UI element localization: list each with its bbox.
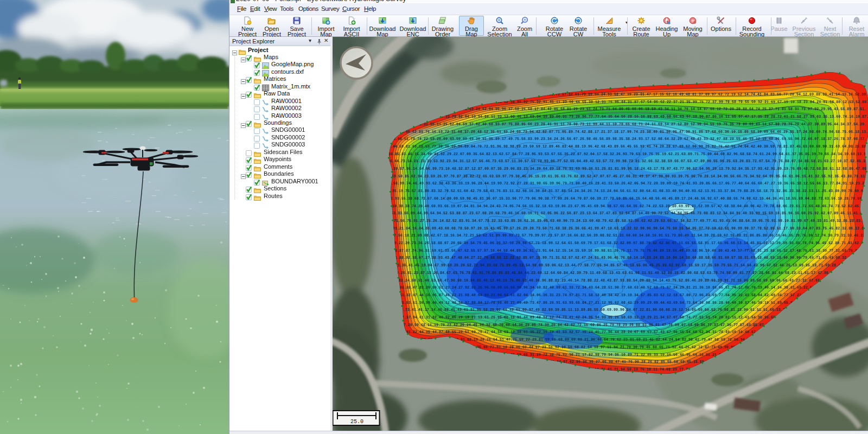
svg-text:.34.77.53.33.56.09.44.99.64.94: .34.77.53.33.56.09.44.99.64.94.52.53.88.…: [376, 212, 866, 215]
svg-text:.66.17.59.50.85.62.94.23.59.26: .66.17.59.50.85.62.94.23.59.26.97.70.87.…: [376, 175, 867, 178]
svg-text:.34.53.14.51.32.07.44.16.95.87: .34.53.14.51.32.07.44.16.95.87.46.22.21.…: [378, 293, 868, 297]
svg-text:.70.61.19.35.32.12.47.06.79.74: .70.61.19.35.32.12.47.06.79.74.33.79.32.…: [378, 115, 868, 119]
svg-text:.92.23.73.08.51.78.74.22.59.20: .92.23.73.08.51.78.74.22.59.20.09.43.50.…: [376, 137, 866, 141]
svg-text:.96.88.91.21.84.16.84.86.09.43: .96.88.91.21.84.16.84.86.09.43.60.08.78.…: [378, 227, 868, 231]
svg-text:.71.48.58.99.74.46.49.93.62.38: .71.48.58.99.74.46.49.93.62.38.43.36.33.…: [378, 182, 868, 186]
svg-text:.93.42.87.56.18.21.09.08.42.67: .93.42.87.56.18.21.09.08.42.67.18.16.34.…: [376, 234, 867, 238]
svg-text:.60.71.70.82.24.50.51.40.53.56: .60.71.70.82.24.50.51.40.53.56.47.90.80.…: [377, 279, 867, 283]
svg-text:.69.88.85.83.46.15.34.90.43.32: .69.88.85.83.46.15.34.90.43.32.29.22.07.…: [380, 152, 868, 156]
svg-text:.42.62.44.13.05.62.83.76.16.13: .42.62.44.13.05.62.83.76.16.13.72.31.68.…: [378, 130, 868, 134]
svg-text:.92.42.93.55.38.68.73.67.60.14: .92.42.93.55.38.68.73.67.60.14.80.09.59.…: [380, 197, 868, 201]
svg-text:.42.14.35.19.75.57.81.80.83.32: .42.14.35.19.75.57.81.80.83.32.70.52.61.…: [377, 189, 867, 193]
svg-text:.05.15.34.25.56.66.65.31.55.11: .05.15.34.25.56.66.65.31.55.11.25.52.04.…: [376, 123, 866, 126]
svg-text:.75.07.81.88.92.38.07.27.38.93: .75.07.81.88.92.38.07.27.38.93.43.47.48.…: [378, 256, 868, 260]
svg-text:.16.93.18.87.87.74.96.31.59.61: .16.93.18.87.87.74.96.31.59.61.33.56.47.…: [378, 249, 868, 253]
svg-text:.38.46.44.73.14.21.23.33.53.92: .38.46.44.73.14.21.23.33.53.92.23.94.31.…: [379, 159, 868, 163]
svg-text:.47.52.39.57.36.14.64.06.99.73: .47.52.39.57.36.14.64.06.99.73.10.48.32.…: [378, 167, 868, 171]
svg-text:.22.36.29.26.81.23.87.13.26.84: .22.36.29.26.81.23.87.13.26.84.67.63.76.…: [379, 271, 868, 275]
svg-text:.22.35.71.56.76.91.27.25.26.14: .22.35.71.56.76.91.27.25.26.14.82.52.83.…: [379, 219, 868, 223]
svg-text:.73.98.71.08.88.47.83.20.80.52: .73.98.71.08.88.47.83.20.80.52.23.24.27.…: [378, 286, 868, 290]
svg-text:.48.97.44.59.81.69.18.53.77.28: .48.97.44.59.81.69.18.53.77.28.36.09.94.…: [378, 145, 868, 149]
svg-text:.42.31.21.36.41.45.19.04.67.99: .42.31.21.36.41.45.19.04.67.99.59.26.20.…: [380, 264, 868, 267]
svg-text:.80.04.39.22.20.73.36.26.18.88: .80.04.39.22.20.73.36.26.18.88.07.20.05.…: [377, 241, 867, 245]
svg-text:.84.60.10.30.38.74.20.40.60.93: .84.60.10.30.38.74.20.40.60.93.66.19.07.…: [377, 205, 867, 208]
svg-text:25.0: 25.0: [350, 419, 363, 425]
